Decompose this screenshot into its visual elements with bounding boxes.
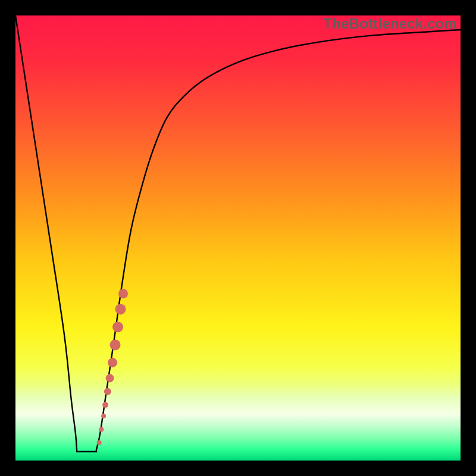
sample-dot xyxy=(99,427,104,432)
sample-dot xyxy=(104,388,111,395)
sample-dot xyxy=(110,340,121,350)
sample-dot xyxy=(118,289,128,299)
sample-dot xyxy=(102,402,108,408)
chart-svg xyxy=(15,15,461,461)
outer-frame: TheBottleneck.com xyxy=(0,0,476,476)
sample-dot xyxy=(106,374,114,383)
gradient-background xyxy=(15,15,461,461)
sample-dot xyxy=(97,440,102,445)
sample-dot xyxy=(115,304,126,315)
sample-dot xyxy=(108,358,117,367)
sample-dot xyxy=(112,322,123,333)
sample-dot xyxy=(101,414,106,418)
plot-area: TheBottleneck.com xyxy=(15,15,461,461)
